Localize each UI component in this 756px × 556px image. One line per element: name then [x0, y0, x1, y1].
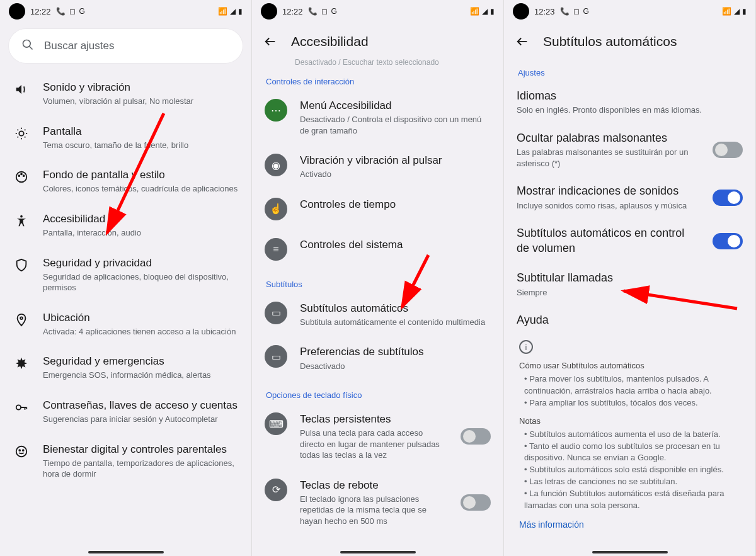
- item-icon: ⋯: [265, 99, 287, 122]
- item-icon: ≡: [265, 238, 287, 261]
- settings-item-volume[interactable]: Sonido y vibración Volumen, vibración al…: [0, 72, 251, 116]
- volume-icon: [13, 81, 30, 98]
- settings-item[interactable]: ▭ Preferencias de subtítulos Desactivado: [252, 336, 503, 380]
- item-title: Menú Accesibilidad: [300, 99, 491, 113]
- svg-point-12: [23, 450, 24, 451]
- status-right-icons: 📶◢▮: [722, 7, 747, 16]
- settings-item-shield[interactable]: Seguridad y privacidad Seguridad de apli…: [0, 247, 251, 302]
- svg-point-6: [23, 176, 25, 177]
- settings-item-key[interactable]: Contraseñas, llaves de acceso y cuentas …: [0, 390, 251, 434]
- help-heading: Cómo usar Subtítulos automáticos: [519, 360, 740, 372]
- back-button[interactable]: [515, 35, 530, 48]
- item-icon: ⟳: [265, 479, 287, 501]
- search-input[interactable]: Buscar ajustes: [9, 29, 243, 63]
- toggle[interactable]: [461, 494, 491, 511]
- section-interaction: Controles de interacción: [252, 67, 503, 90]
- settings-item[interactable]: ☝ Controles de tiempo: [252, 189, 503, 229]
- statusbar: 12:22 📞◻G 📶◢▮: [252, 0, 503, 23]
- help-bullet: Subtítulos automáticos aumenta el uso de…: [524, 429, 740, 441]
- settings-item[interactable]: ⟳ Teclas de rebote El teclado ignora las…: [252, 470, 503, 536]
- help-text: Cómo usar Subtítulos automáticos Para mo…: [504, 360, 755, 511]
- nav-handle[interactable]: [592, 551, 668, 553]
- wellbeing-icon: [13, 443, 30, 460]
- settings-item-accessibility[interactable]: Accesibilidad Pantalla, interacción, aud…: [0, 203, 251, 247]
- item-title: Bienestar digital y controles parentales: [43, 443, 239, 457]
- avatar[interactable]: [513, 3, 529, 20]
- nav-handle[interactable]: [340, 551, 416, 553]
- item-subtitle: Desactivado / Controla el dispositivo co…: [300, 114, 491, 136]
- statusbar: 12:23 📞◻G 📶◢▮: [504, 0, 755, 23]
- search-placeholder: Buscar ajustes: [44, 40, 115, 52]
- item-title: Seguridad y privacidad: [43, 256, 239, 270]
- settings-item-wellbeing[interactable]: Bienestar digital y controles parentales…: [0, 434, 251, 489]
- phone-accessibility: 12:22 📞◻G 📶◢▮ Accesibilidad Desactivado …: [252, 0, 504, 556]
- item-subtitle: Tiempo de pantalla, temporizadores de ap…: [43, 458, 239, 480]
- status-left-icons: 📞◻G: [560, 7, 589, 16]
- item-title: Contraseñas, llaves de acceso y cuentas: [43, 399, 239, 412]
- settings-item[interactable]: ▭ Subtítulos automáticos Subtitula autom…: [252, 293, 503, 337]
- status-left-icons: 📞◻G: [308, 7, 337, 16]
- item-subtitle: Sugerencias para iniciar sesión y Autoco…: [43, 414, 239, 425]
- svg-point-2: [19, 131, 23, 135]
- clock: 12:23: [534, 7, 555, 16]
- item-title: Mostrar indicaciones de sonidos: [517, 184, 700, 198]
- avatar[interactable]: [261, 3, 277, 20]
- help-bullet: Para ampliar los subtítulos, tócalos dos…: [524, 397, 740, 409]
- toggle[interactable]: [713, 233, 743, 249]
- item-icon: ⌨: [265, 412, 287, 435]
- item-subtitle: Subtitula automáticamente el contenido m…: [300, 317, 491, 328]
- item-title: Fondo de pantalla y estilo: [43, 168, 239, 182]
- info-icon: i: [519, 340, 533, 354]
- emergency-icon: [13, 355, 30, 372]
- nav-handle[interactable]: [88, 551, 164, 553]
- help-bullet: La función Subtítulos automáticos está d…: [524, 488, 740, 512]
- clock: 12:22: [30, 7, 51, 16]
- help-bullet: Para mover los subtítulos, mantenlos pul…: [524, 373, 740, 397]
- item-title: Ayuda: [517, 313, 743, 327]
- item-title: Sonido y vibración: [43, 81, 239, 94]
- toggle[interactable]: [713, 142, 743, 158]
- back-button[interactable]: [263, 35, 278, 48]
- section-subtitles: Subtítulos: [252, 269, 503, 293]
- settings-item[interactable]: Subtitular llamadas Siempre: [504, 263, 755, 305]
- item-title: Subtitular llamadas: [517, 271, 743, 285]
- svg-point-5: [21, 174, 22, 175]
- location-icon: [13, 311, 30, 329]
- statusbar: 12:22 📞◻G 📶◢▮: [0, 0, 251, 23]
- item-title: Idiomas: [517, 89, 743, 103]
- help-bullet: Tanto el audio como los subtítulos se pr…: [524, 441, 740, 465]
- settings-list: Sonido y vibración Volumen, vibración al…: [0, 72, 251, 501]
- settings-item[interactable]: ⌨ Teclas persistentes Pulsa una tecla pa…: [252, 404, 503, 470]
- settings-item-palette[interactable]: Fondo de pantalla y estilo Colores, icon…: [0, 159, 251, 203]
- settings-item[interactable]: Mostrar indicaciones de sonidos Incluye …: [504, 176, 755, 218]
- svg-point-8: [20, 317, 23, 319]
- settings-item-emergency[interactable]: Seguridad y emergencias Emergencia SOS, …: [0, 346, 251, 390]
- avatar[interactable]: [9, 3, 25, 20]
- item-title: Preferencias de subtítulos: [300, 345, 491, 359]
- toggle[interactable]: [461, 428, 491, 445]
- item-title: Controles del sistema: [300, 238, 491, 252]
- settings-item-brightness[interactable]: Pantalla Tema oscuro, tamaño de la fuent…: [0, 116, 251, 160]
- page-title: Subtítulos automáticos: [543, 34, 677, 49]
- item-subtitle: El teclado ignora las pulsaciones repeti…: [300, 494, 448, 527]
- item-subtitle: Volumen, vibración al pulsar, No molesta…: [43, 96, 239, 107]
- settings-item-location[interactable]: Ubicación Activada: 4 aplicaciones tiene…: [0, 302, 251, 346]
- svg-point-4: [18, 176, 20, 177]
- settings-item[interactable]: Idiomas Solo en inglés. Pronto disponibl…: [504, 81, 755, 123]
- settings-item[interactable]: ◉ Vibración y vibración al pulsar Activa…: [252, 145, 503, 189]
- help-bullet: Las letras de canciones no se subtitulan…: [524, 476, 740, 488]
- more-info-link[interactable]: Más información: [504, 512, 755, 537]
- settings-item[interactable]: Ayuda: [504, 305, 755, 335]
- settings-item[interactable]: ⋯ Menú Accesibilidad Desactivado / Contr…: [252, 90, 503, 145]
- item-subtitle: Siempre: [517, 287, 743, 298]
- settings-item[interactable]: Subtítulos automáticos en control de vol…: [504, 218, 755, 263]
- toggle[interactable]: [713, 190, 743, 206]
- notes-heading: Notas: [519, 416, 740, 428]
- item-title: Ubicación: [43, 311, 239, 325]
- item-title: Subtítulos automáticos: [300, 302, 491, 315]
- item-title: Teclas de rebote: [300, 479, 448, 492]
- item-title: Ocultar palabras malsonantes: [517, 131, 700, 145]
- settings-item[interactable]: ≡ Controles del sistema: [252, 229, 503, 269]
- phone-live-caption: 12:23 📞◻G 📶◢▮ Subtítulos automáticos Aju…: [504, 0, 756, 556]
- settings-item[interactable]: Ocultar palabras malsonantes Las palabra…: [504, 123, 755, 176]
